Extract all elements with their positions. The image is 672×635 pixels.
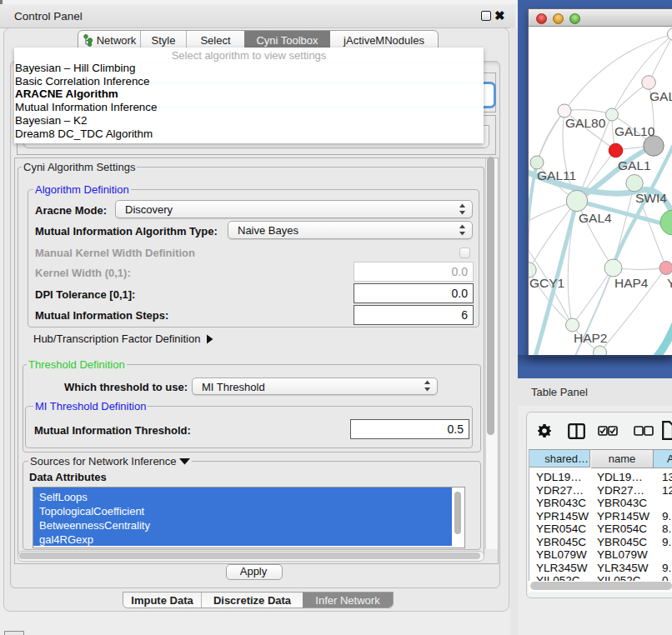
svg-text:SWI4: SWI4	[635, 191, 667, 205]
svg-text:GAL: GAL	[649, 89, 672, 103]
svg-text:GAL11: GAL11	[537, 168, 576, 182]
svg-text:HAP2: HAP2	[574, 331, 608, 345]
svg-text:GAL1: GAL1	[618, 158, 651, 172]
svg-text:GAL10: GAL10	[614, 124, 655, 138]
svg-text:GAL80: GAL80	[565, 116, 606, 130]
svg-text:GAL4: GAL4	[579, 211, 612, 225]
svg-text:HAP4: HAP4	[614, 276, 649, 290]
svg-text:Y: Y	[667, 276, 672, 290]
svg-text:GCY1: GCY1	[529, 276, 564, 290]
